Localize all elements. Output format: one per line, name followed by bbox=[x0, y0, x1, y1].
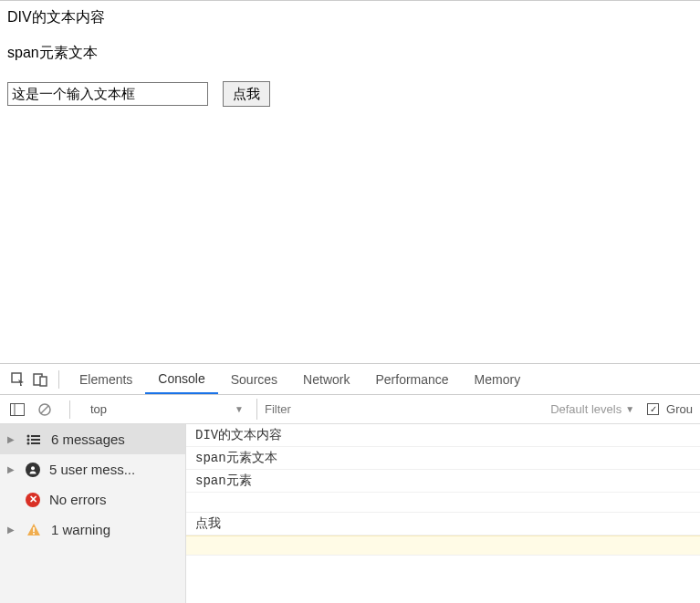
device-toolbar-icon[interactable] bbox=[29, 369, 51, 390]
page-content: DIV的文本内容 span元素文本 点我 bbox=[0, 0, 700, 363]
tab-network[interactable]: Network bbox=[290, 365, 362, 393]
sidebar-toggle-icon[interactable] bbox=[7, 400, 27, 420]
expand-icon: ▶ bbox=[7, 464, 16, 474]
tab-elements[interactable]: Elements bbox=[67, 365, 145, 393]
sidebar-item-warnings[interactable]: ▶ 1 warning bbox=[0, 515, 185, 545]
chevron-down-icon: ▼ bbox=[625, 404, 634, 414]
sidebar-item-user-messages[interactable]: ▶ 5 user mess... bbox=[0, 454, 185, 484]
log-line: DIV的文本内容 bbox=[186, 424, 700, 447]
sidebar-user-messages-label: 5 user mess... bbox=[49, 462, 135, 477]
error-icon: ✕ bbox=[26, 493, 40, 507]
span-text: span元素文本 bbox=[7, 44, 693, 63]
log-line: span元素 bbox=[186, 470, 700, 493]
svg-rect-2 bbox=[40, 377, 47, 386]
group-label: Grou bbox=[666, 402, 693, 416]
filter-input[interactable] bbox=[256, 399, 439, 420]
tab-performance[interactable]: Performance bbox=[362, 365, 461, 393]
svg-rect-8 bbox=[31, 435, 40, 437]
expand-icon: ▶ bbox=[7, 525, 16, 535]
console-sidebar: ▶ 6 messages ▶ 5 user mess... ✕ No error… bbox=[0, 424, 186, 603]
chevron-down-icon: ▼ bbox=[235, 404, 244, 414]
log-line: span元素文本 bbox=[186, 447, 700, 470]
sidebar-errors-label: No errors bbox=[49, 492, 107, 507]
sidebar-item-errors[interactable]: ✕ No errors bbox=[0, 484, 185, 515]
inspect-element-icon[interactable] bbox=[7, 369, 29, 390]
log-line-empty bbox=[186, 493, 700, 513]
sidebar-messages-label: 6 messages bbox=[51, 431, 125, 447]
devtools-panel: Elements Console Sources Network Perform… bbox=[0, 363, 700, 603]
log-line-warning bbox=[186, 535, 700, 556]
log-levels-label: Default levels bbox=[550, 402, 622, 416]
context-label: top bbox=[90, 402, 107, 416]
sidebar-warning-label: 1 warning bbox=[51, 522, 110, 537]
clear-console-icon[interactable] bbox=[35, 400, 55, 420]
log-levels-dropdown[interactable]: Default levels ▼ bbox=[550, 402, 634, 416]
context-dropdown[interactable]: top ▼ bbox=[85, 402, 249, 416]
divider bbox=[58, 370, 59, 389]
log-line: 点我 bbox=[186, 513, 700, 535]
svg-point-9 bbox=[27, 438, 30, 441]
svg-rect-12 bbox=[31, 442, 40, 444]
svg-rect-14 bbox=[33, 527, 35, 532]
console-log-area[interactable]: DIV的文本内容 span元素文本 span元素 点我 bbox=[186, 424, 700, 603]
devtools-tab-bar: Elements Console Sources Network Perform… bbox=[0, 364, 700, 395]
svg-rect-10 bbox=[31, 439, 40, 441]
expand-icon: ▶ bbox=[7, 434, 16, 444]
list-icon bbox=[26, 431, 42, 448]
svg-point-11 bbox=[27, 442, 30, 444]
input-row: 点我 bbox=[7, 81, 693, 107]
divider bbox=[69, 400, 70, 419]
warning-icon bbox=[26, 522, 42, 538]
div-text: DIV的文本内容 bbox=[7, 8, 693, 27]
sidebar-item-messages[interactable]: ▶ 6 messages bbox=[0, 424, 185, 454]
svg-point-15 bbox=[33, 533, 35, 535]
svg-point-13 bbox=[31, 466, 35, 470]
group-checkbox[interactable]: ✓ bbox=[647, 403, 659, 415]
user-icon bbox=[26, 463, 40, 477]
console-body: ▶ 6 messages ▶ 5 user mess... ✕ No error… bbox=[0, 424, 700, 603]
svg-rect-3 bbox=[11, 403, 25, 415]
tab-sources[interactable]: Sources bbox=[218, 365, 290, 393]
tab-console[interactable]: Console bbox=[145, 364, 217, 394]
svg-line-6 bbox=[41, 406, 48, 413]
text-input[interactable] bbox=[7, 82, 208, 106]
click-me-button[interactable]: 点我 bbox=[223, 81, 270, 107]
svg-point-7 bbox=[27, 434, 30, 437]
console-toolbar: top ▼ Default levels ▼ ✓ Grou bbox=[0, 395, 700, 424]
tab-memory[interactable]: Memory bbox=[462, 365, 534, 393]
